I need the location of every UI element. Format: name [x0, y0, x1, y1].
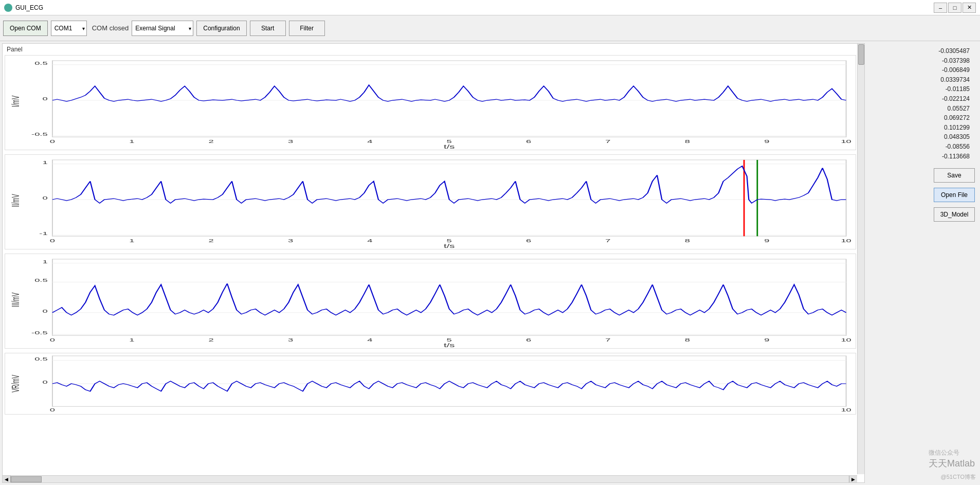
panel-area: Panel I/mV 0.5 0 -0.5 [2, 43, 865, 483]
close-button[interactable]: ✕ [963, 3, 976, 13]
3d-model-button[interactable]: 3D_Model [934, 207, 975, 222]
value-item: 0.0339734 [872, 75, 975, 85]
horizontal-scrollbar[interactable]: ◀ ▶ [3, 475, 857, 482]
value-item: -0.022124 [872, 94, 975, 104]
title-bar: GUI_ECG – □ ✕ [0, 0, 980, 15]
filter-button[interactable]: Filter [289, 21, 325, 36]
corner-logo: @51CTO博客 [941, 473, 976, 481]
svg-text:0: 0 [42, 96, 47, 101]
title-bar-controls: – □ ✕ [934, 3, 976, 13]
scroll-left-button[interactable]: ◀ [3, 476, 11, 483]
h-scrollbar-track [11, 476, 849, 483]
svg-text:t/s: t/s [444, 243, 455, 249]
svg-text:10: 10 [841, 407, 851, 412]
save-button[interactable]: Save [934, 168, 975, 183]
svg-text:7: 7 [605, 337, 610, 343]
svg-text:III/mV: III/mV [10, 293, 21, 308]
svg-text:0: 0 [50, 337, 55, 343]
com-select[interactable]: COM1COM2COM3COM4 [51, 21, 87, 36]
watermark: 微信公众号 天天Matlab [929, 448, 975, 470]
configuration-button[interactable]: Configuration [196, 21, 246, 36]
toolbar: Open COM COM1COM2COM3COM4 ▾ COM closed E… [0, 15, 980, 41]
h-scrollbar-thumb[interactable] [11, 476, 42, 482]
svg-text:1: 1 [42, 159, 47, 165]
svg-text:0.5: 0.5 [34, 278, 48, 283]
svg-text:0: 0 [42, 379, 47, 385]
svg-text:1: 1 [129, 337, 134, 343]
svg-text:2: 2 [209, 138, 214, 144]
svg-text:2: 2 [209, 238, 214, 243]
chart-I-wrapper: I/mV 0.5 0 -0.5 0 1 2 3 4 [5, 55, 856, 150]
svg-text:0: 0 [42, 308, 47, 314]
chart-VR: VR/mV 0.5 0 0 10 [5, 353, 856, 414]
value-item: 0.05527 [872, 104, 975, 114]
value-item: -0.08556 [872, 142, 975, 152]
panel-label: Panel [7, 46, 23, 53]
svg-text:0: 0 [50, 407, 55, 412]
value-item: -0.01185 [872, 84, 975, 94]
value-item: -0.037398 [872, 56, 975, 66]
chart-VR-wrapper: VR/mV 0.5 0 0 10 [5, 353, 856, 415]
svg-text:3: 3 [288, 238, 293, 243]
main-area: Panel I/mV 0.5 0 -0.5 [0, 41, 980, 485]
svg-text:1: 1 [129, 238, 134, 243]
signal-select-wrapper: Exernal SignalInternal Signal ▾ [132, 21, 193, 36]
svg-text:-1: -1 [39, 231, 47, 237]
svg-text:t/s: t/s [444, 342, 455, 348]
svg-text:t/s: t/s [444, 143, 455, 150]
svg-text:9: 9 [764, 238, 769, 243]
svg-text:1: 1 [129, 138, 134, 144]
svg-text:-0.5: -0.5 [31, 330, 48, 336]
svg-text:VR/mV: VR/mV [10, 375, 21, 392]
value-item: -0.0305487 [872, 46, 975, 56]
chart-III-wrapper: III/mV 1 0.5 0 -0.5 0 1 2 3 4 [5, 254, 856, 349]
chart-II: II/mV 1 0 -1 0 1 2 3 4 5 6 7 [5, 155, 856, 249]
svg-text:7: 7 [605, 238, 610, 243]
values-list: -0.0305487-0.037398-0.0068490.0339734-0.… [872, 46, 975, 161]
scrollbar-thumb[interactable] [858, 44, 864, 65]
svg-text:1: 1 [42, 259, 47, 264]
title-bar-left: GUI_ECG [4, 4, 43, 12]
chart-II-wrapper: II/mV 1 0 -1 0 1 2 3 4 5 6 7 [5, 154, 856, 249]
watermark-text: 天天Matlab [929, 457, 975, 470]
open-file-button[interactable]: Open File [934, 188, 975, 202]
svg-text:8: 8 [685, 337, 690, 343]
minimize-button[interactable]: – [934, 3, 947, 13]
signal-select[interactable]: Exernal SignalInternal Signal [132, 21, 193, 36]
svg-text:10: 10 [841, 238, 851, 243]
value-item: -0.113668 [872, 152, 975, 161]
value-item: 0.069272 [872, 113, 975, 123]
svg-text:4: 4 [367, 337, 372, 343]
panel-scroll[interactable]: I/mV 0.5 0 -0.5 0 1 2 3 4 [3, 44, 864, 482]
svg-text:9: 9 [764, 138, 769, 144]
maximize-button[interactable]: □ [948, 3, 961, 13]
value-item: -0.006849 [872, 65, 975, 75]
svg-text:8: 8 [685, 238, 690, 243]
open-com-button[interactable]: Open COM [3, 21, 48, 36]
svg-text:0.5: 0.5 [34, 356, 48, 362]
svg-rect-42 [52, 259, 846, 335]
chart-III: III/mV 1 0.5 0 -0.5 0 1 2 3 4 [5, 254, 856, 348]
svg-text:-0.5: -0.5 [31, 132, 48, 137]
chart-container: I/mV 0.5 0 -0.5 0 1 2 3 4 [3, 53, 857, 421]
com-status-label: COM closed [92, 24, 129, 32]
svg-text:7: 7 [605, 138, 610, 144]
svg-text:8: 8 [685, 138, 690, 144]
svg-text:0: 0 [50, 238, 55, 243]
svg-text:3: 3 [288, 138, 293, 144]
svg-text:2: 2 [209, 337, 214, 343]
svg-text:10: 10 [841, 138, 851, 144]
scroll-right-button[interactable]: ▶ [849, 476, 857, 483]
vertical-scrollbar[interactable] [857, 44, 864, 474]
app-icon [4, 4, 12, 12]
svg-text:4: 4 [367, 238, 372, 243]
svg-text:4: 4 [367, 138, 372, 144]
svg-text:I/mV: I/mV [10, 96, 21, 107]
svg-rect-0 [52, 61, 846, 137]
window-title: GUI_ECG [15, 4, 43, 11]
svg-text:6: 6 [526, 138, 531, 144]
start-button[interactable]: Start [250, 21, 286, 36]
svg-text:6: 6 [526, 337, 531, 343]
svg-text:9: 9 [764, 337, 769, 343]
chart-I: I/mV 0.5 0 -0.5 0 1 2 3 4 [5, 56, 856, 150]
